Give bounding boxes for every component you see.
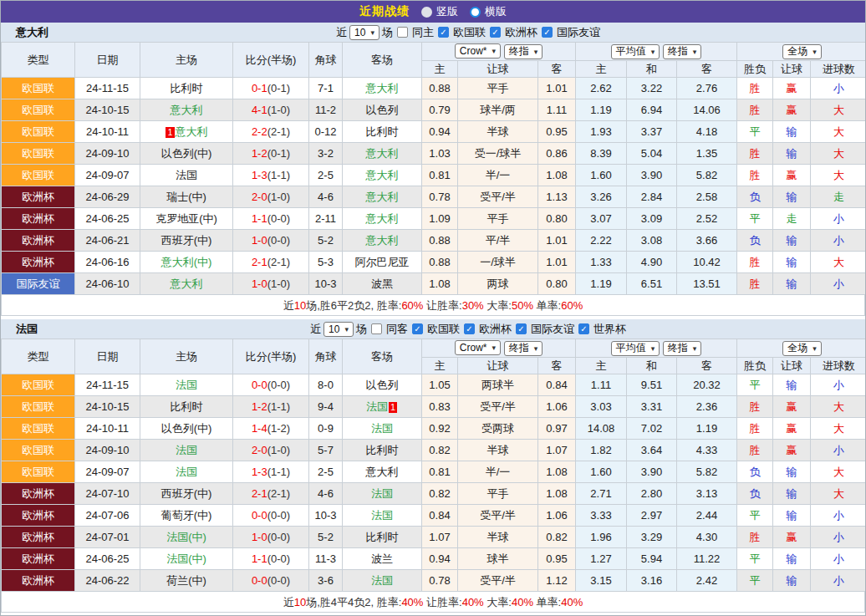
home-team-cell: 克罗地亚(中) <box>140 208 233 230</box>
result-handicap: 输 <box>773 548 811 570</box>
result-handicap: 输 <box>773 505 811 527</box>
fulltime-select[interactable]: 全场▾ <box>782 44 822 59</box>
crow-select[interactable]: Crow*▾ <box>455 43 501 59</box>
corner-cell: 2-5 <box>309 461 343 483</box>
crow-away-odds: 1.06 <box>538 505 576 527</box>
result-handicap: 输 <box>773 121 811 143</box>
type-cell: 欧国联 <box>2 374 75 396</box>
crow-handicap: 半球 <box>458 440 538 461</box>
competition-checkbox-1[interactable]: ✓ <box>490 27 501 38</box>
result-goals: 小 <box>811 505 866 527</box>
fulltime-select-value: 全场 <box>787 341 807 355</box>
corner-cell: 4-6 <box>309 186 343 208</box>
final-index-select-value: 终指 <box>509 341 529 355</box>
competition-checkbox-2[interactable]: ✓ <box>542 27 553 38</box>
result-handicap: 输 <box>773 186 811 208</box>
fulltime-select[interactable]: 全场▾ <box>782 341 822 356</box>
result-winloss: 胜 <box>737 99 773 121</box>
crow-select[interactable]: Crow*▾ <box>455 340 501 355</box>
avg-home-odds: 1.19 <box>576 99 627 121</box>
radio-horizontal[interactable]: 横版 <box>470 4 507 19</box>
result-handicap: 赢 <box>773 78 811 99</box>
score-cell: 0-0(0-0) <box>233 374 309 396</box>
average-select[interactable]: 平均值▾ <box>611 44 660 59</box>
competition-checkbox-1[interactable]: ✓ <box>464 323 475 334</box>
final-index-select[interactable]: 终指▾ <box>504 44 543 59</box>
result-goals: 小 <box>811 208 866 230</box>
result-handicap: 输 <box>773 483 811 505</box>
avg-draw-odds: 3.90 <box>627 461 677 483</box>
crow-home-odds: 0.81 <box>422 461 458 483</box>
score-fulltime: 1-0 <box>252 531 267 543</box>
same-venue-checkbox[interactable] <box>397 27 408 38</box>
final-index-select-2[interactable]: 终指▾ <box>663 44 702 59</box>
radio-selected-icon[interactable] <box>421 7 432 18</box>
score-fulltime: 1-4 <box>252 422 267 435</box>
final-index-select[interactable]: 终指▾ <box>504 341 543 356</box>
competition-label-3: 世界杯 <box>593 322 626 337</box>
avg-home-odds: 1.82 <box>576 440 627 461</box>
crow-handicap: 平/半 <box>458 230 538 252</box>
radio-unselected-icon[interactable] <box>470 7 481 18</box>
corner-cell: 4-6 <box>309 483 343 505</box>
avg-home-odds: 1.60 <box>576 461 627 483</box>
home-team-name: 比利时 <box>171 400 203 413</box>
result-goals: 小 <box>811 230 866 252</box>
team-name: 法国 <box>16 322 38 337</box>
same-venue-checkbox[interactable] <box>371 323 382 334</box>
match-count-select[interactable]: 10▾ <box>349 25 380 40</box>
competition-checkbox-0[interactable]: ✓ <box>412 323 423 334</box>
competition-checkbox-2[interactable]: ✓ <box>516 323 527 334</box>
crow-handicap: 两球半 <box>458 374 538 396</box>
home-team-cell: 法国 <box>140 440 233 461</box>
score-cell: 4-1(1-0) <box>233 99 309 121</box>
result-goals: 大 <box>811 396 866 418</box>
type-cell: 欧洲杯 <box>2 252 75 273</box>
result-handicap: 输 <box>773 461 811 483</box>
competition-label-2: 国际友谊 <box>557 25 600 40</box>
crow-away-odds: 1.06 <box>538 396 576 418</box>
score-halftime: (1-0) <box>267 191 290 203</box>
crow-away-odds: 1.01 <box>538 78 576 99</box>
avg-away-odds: 5.82 <box>677 165 737 186</box>
col-header-0: 类型 <box>2 43 75 78</box>
away-team-cell: 法国 <box>343 505 422 527</box>
score-halftime: (0-0) <box>267 212 290 225</box>
final-index-select-2[interactable]: 终指▾ <box>663 341 702 356</box>
score-fulltime: 1-2 <box>252 400 267 413</box>
score-fulltime: 1-2 <box>252 147 267 160</box>
summary-segment: 40% <box>512 596 533 608</box>
competition-checkbox-0[interactable]: ✓ <box>438 27 449 38</box>
col-header-3: 比分(半场) <box>233 43 309 78</box>
avg-away-odds: 3.13 <box>677 483 737 505</box>
radio-vertical[interactable]: 竖版 <box>421 4 458 19</box>
table-row: 欧国联24-10-15比利时1-2(1-1)9-4法国10.83受平/半1.06… <box>2 396 866 418</box>
score-cell: 1-2(0-1) <box>233 143 309 165</box>
date-cell: 24-10-11 <box>75 121 140 143</box>
score-fulltime: 1-0 <box>252 234 267 247</box>
away-team-cell: 意大利 <box>343 186 422 208</box>
avg-draw-odds: 3.29 <box>627 527 677 548</box>
result-winloss: 胜 <box>737 143 773 165</box>
competition-checkbox-3[interactable]: ✓ <box>578 323 589 334</box>
avg-draw-odds: 3.09 <box>627 208 677 230</box>
type-cell: 国际友谊 <box>2 273 75 295</box>
home-team-cell: 瑞士(中) <box>140 186 233 208</box>
result-handicap: 输 <box>773 570 811 592</box>
crow-away-odds: 1.08 <box>538 165 576 186</box>
crow-handicap: 受平/半 <box>458 505 538 527</box>
near-label: 近 <box>310 322 321 337</box>
score-cell: 2-0(1-0) <box>233 440 309 461</box>
match-count-select[interactable]: 10▾ <box>323 322 354 337</box>
result-winloss: 胜 <box>737 440 773 461</box>
filter-bar: 法国近10▾场同客✓欧国联✓欧洲杯✓国际友谊✓世界杯 <box>1 319 865 339</box>
competition-label-1: 欧洲杯 <box>505 25 537 40</box>
score-fulltime: 0-0 <box>252 509 267 522</box>
away-team-name: 比利时 <box>366 444 399 456</box>
result-handicap: 输 <box>773 252 811 273</box>
away-team-cell: 意大利 <box>343 165 422 186</box>
score-cell: 0-1(0-1) <box>233 78 309 99</box>
score-cell: 2-2(2-1) <box>233 121 309 143</box>
average-select[interactable]: 平均值▾ <box>611 341 660 356</box>
crow-handicap: 半球 <box>458 121 538 143</box>
